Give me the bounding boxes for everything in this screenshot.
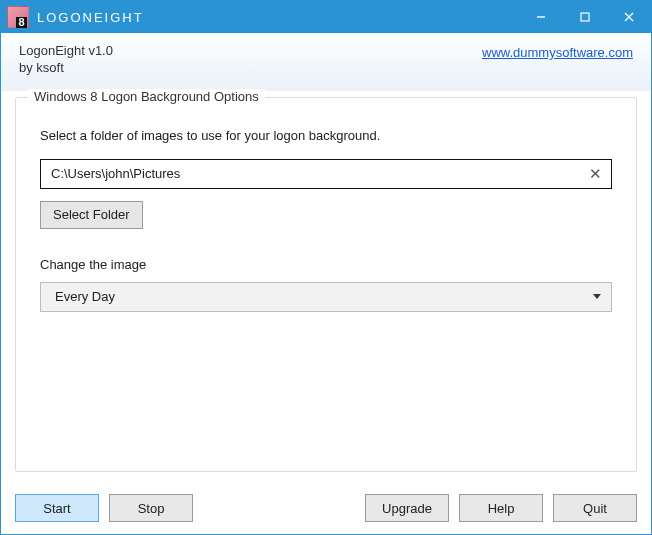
- interval-selected-value: Every Day: [55, 289, 115, 304]
- clear-icon[interactable]: ✕: [585, 166, 605, 181]
- app-name-version: LogonEight v1.0: [19, 43, 113, 60]
- maximize-button[interactable]: [563, 1, 607, 33]
- start-button[interactable]: Start: [15, 494, 99, 522]
- folder-path-input[interactable]: [49, 165, 585, 182]
- window-title: LOGONEIGHT: [37, 10, 144, 25]
- svg-rect-1: [581, 13, 589, 21]
- website-link[interactable]: www.dummysoftware.com: [482, 43, 633, 60]
- minimize-button[interactable]: [519, 1, 563, 33]
- change-interval-label: Change the image: [40, 257, 612, 272]
- options-groupbox: Windows 8 Logon Background Options Selec…: [15, 97, 637, 472]
- app-icon: [7, 6, 29, 28]
- chevron-down-icon: [593, 294, 601, 299]
- minimize-icon: [536, 12, 546, 22]
- folder-instruction: Select a folder of images to use for you…: [40, 128, 612, 143]
- upgrade-button[interactable]: Upgrade: [365, 494, 449, 522]
- quit-button[interactable]: Quit: [553, 494, 637, 522]
- close-button[interactable]: [607, 1, 651, 33]
- body: Windows 8 Logon Background Options Selec…: [1, 91, 651, 482]
- folder-path-field-wrap[interactable]: ✕: [40, 159, 612, 189]
- interval-dropdown[interactable]: Every Day: [40, 282, 612, 312]
- close-icon: [624, 12, 634, 22]
- titlebar: LOGONEIGHT: [1, 1, 651, 33]
- maximize-icon: [580, 12, 590, 22]
- groupbox-legend: Windows 8 Logon Background Options: [28, 89, 265, 104]
- app-info: LogonEight v1.0 by ksoft: [19, 43, 113, 77]
- app-window: LOGONEIGHT LogonEight v1.0 by ksoft www.…: [0, 0, 652, 535]
- help-button[interactable]: Help: [459, 494, 543, 522]
- footer: Start Stop Upgrade Help Quit: [1, 482, 651, 534]
- select-folder-button[interactable]: Select Folder: [40, 201, 143, 229]
- header: LogonEight v1.0 by ksoft www.dummysoftwa…: [1, 33, 651, 91]
- stop-button[interactable]: Stop: [109, 494, 193, 522]
- vendor-line: by ksoft: [19, 60, 113, 77]
